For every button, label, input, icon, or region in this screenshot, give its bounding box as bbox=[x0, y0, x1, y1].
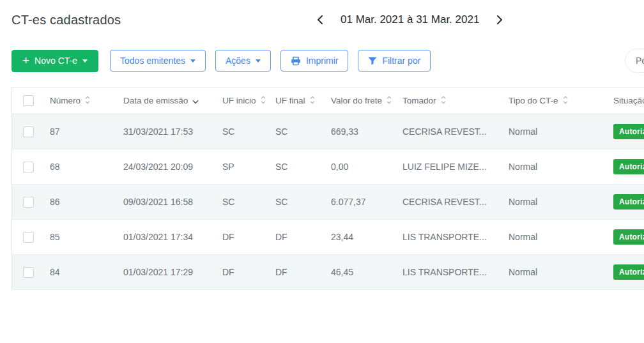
cte-table-wrap: NúmeroData de emissãoUF inicioUF finalVa… bbox=[12, 87, 644, 290]
search-input[interactable] bbox=[625, 49, 644, 73]
toolbar: + Novo CT-e Todos emitentes Ações Imprim… bbox=[12, 49, 431, 72]
funnel-icon bbox=[368, 57, 377, 65]
status-badge: Autorizado bbox=[613, 264, 644, 280]
cell-data-emissao: 31/03/2021 17:53 bbox=[112, 114, 211, 149]
column-header-uf_final[interactable]: UF final bbox=[264, 88, 319, 114]
cell-uf-final: DF bbox=[264, 255, 319, 290]
sort-updown-icon bbox=[310, 96, 315, 104]
sort-updown-icon bbox=[563, 96, 568, 104]
plus-icon: + bbox=[22, 54, 29, 66]
chevron-down-icon bbox=[192, 100, 199, 104]
cell-numero: 87 bbox=[38, 114, 112, 149]
table-row[interactable]: 8609/03/2021 16:58SCSC6.077,37CECRISA RE… bbox=[12, 185, 644, 220]
table-header-row: NúmeroData de emissãoUF inicioUF finalVa… bbox=[12, 88, 644, 114]
column-label: Valor do frete bbox=[331, 96, 382, 105]
actions-dropdown[interactable]: Ações bbox=[215, 50, 271, 72]
cell-numero: 68 bbox=[38, 149, 112, 185]
cell-tomador: CECRISA REVEST... bbox=[391, 185, 497, 220]
row-select-cell bbox=[12, 255, 38, 290]
cell-tomador: LIS TRANSPORTE... bbox=[391, 255, 497, 290]
print-button[interactable]: Imprimir bbox=[280, 50, 349, 72]
table-left-border bbox=[12, 87, 12, 290]
cell-uf-final: SC bbox=[264, 114, 319, 149]
table-row[interactable]: 8401/03/2021 17:29DFDF46,45LIS TRANSPORT… bbox=[12, 255, 644, 290]
table-row[interactable]: 8501/03/2021 17:34DFDF23,44LIS TRANSPORT… bbox=[12, 220, 644, 255]
cell-numero: 84 bbox=[38, 255, 112, 290]
date-range-label[interactable]: 01 Mar. 2021 à 31 Mar. 2021 bbox=[341, 13, 479, 26]
next-period-button[interactable] bbox=[494, 14, 505, 26]
cell-tipo-cte: Normal bbox=[497, 185, 602, 220]
column-label: UF final bbox=[275, 96, 305, 105]
cell-valor-frete: 0,00 bbox=[319, 149, 391, 185]
column-header-tipo_cte[interactable]: Tipo do CT-e bbox=[497, 88, 602, 114]
row-checkbox[interactable] bbox=[23, 267, 34, 278]
column-header-uf_inicio[interactable]: UF inicio bbox=[211, 88, 264, 114]
column-label: Data de emissão bbox=[123, 96, 188, 105]
table-row[interactable]: 8731/03/2021 17:53SCSC669,33CECRISA REVE… bbox=[12, 114, 644, 149]
filter-label: Filtrar por bbox=[382, 56, 420, 66]
cell-uf-final: SC bbox=[264, 185, 319, 220]
status-badge: Autorizado bbox=[613, 229, 644, 245]
column-label: Tipo do CT-e bbox=[509, 96, 558, 105]
row-checkbox[interactable] bbox=[23, 126, 34, 137]
cell-numero: 86 bbox=[38, 185, 112, 220]
new-cte-label: Novo CT-e bbox=[34, 56, 77, 66]
sort-updown-icon bbox=[387, 96, 392, 104]
caret-down-icon bbox=[256, 59, 261, 63]
date-range-navigator: 01 Mar. 2021 à 31 Mar. 2021 bbox=[314, 13, 505, 26]
cell-uf-inicio: SC bbox=[211, 185, 264, 220]
sort-updown-icon bbox=[441, 96, 446, 104]
cell-situacao: Autorizado bbox=[602, 114, 644, 149]
cell-data-emissao: 09/03/2021 16:58 bbox=[112, 185, 211, 220]
row-checkbox[interactable] bbox=[23, 162, 34, 172]
chevron-right-icon bbox=[497, 15, 503, 24]
prev-period-button[interactable] bbox=[314, 14, 325, 26]
row-checkbox[interactable] bbox=[23, 197, 34, 208]
cell-situacao: Autorizado bbox=[602, 149, 644, 185]
cell-situacao: Autorizado bbox=[602, 185, 644, 220]
column-label: Tomador bbox=[402, 96, 436, 105]
status-badge: Autorizado bbox=[613, 159, 644, 174]
table-row[interactable]: 6824/03/2021 20:09SPSC0,00LUIZ FELIPE MI… bbox=[12, 149, 644, 185]
column-header-tomador[interactable]: Tomador bbox=[391, 88, 497, 114]
cell-uf-final: SC bbox=[264, 149, 319, 185]
cell-valor-frete: 23,44 bbox=[319, 220, 391, 255]
column-header-numero[interactable]: Número bbox=[38, 88, 112, 114]
all-issuers-dropdown[interactable]: Todos emitentes bbox=[110, 50, 206, 72]
cell-uf-inicio: DF bbox=[211, 255, 264, 290]
filter-button[interactable]: Filtrar por bbox=[358, 50, 431, 72]
column-header-valor_frete[interactable]: Valor do frete bbox=[319, 88, 391, 114]
column-label: Situação bbox=[613, 96, 644, 105]
cell-valor-frete: 6.077,37 bbox=[319, 185, 391, 220]
status-badge: Autorizado bbox=[613, 194, 644, 210]
column-label: Número bbox=[50, 96, 80, 105]
cte-table: NúmeroData de emissãoUF inicioUF finalVa… bbox=[12, 87, 644, 290]
cell-tomador: LIS TRANSPORTE... bbox=[391, 220, 497, 255]
cell-uf-inicio: DF bbox=[211, 220, 264, 255]
new-cte-button[interactable]: + Novo CT-e bbox=[12, 50, 98, 72]
caret-down-icon bbox=[82, 59, 88, 63]
caret-down-icon bbox=[190, 59, 195, 63]
column-header-situacao[interactable]: Situação bbox=[602, 88, 644, 114]
cell-tipo-cte: Normal bbox=[497, 114, 602, 149]
cell-data-emissao: 01/03/2021 17:29 bbox=[112, 255, 211, 290]
row-checkbox[interactable] bbox=[23, 232, 34, 243]
cell-data-emissao: 01/03/2021 17:34 bbox=[112, 220, 211, 255]
chevron-left-icon bbox=[317, 15, 323, 24]
page-title: CT-es cadastrados bbox=[12, 13, 121, 27]
column-header-data_emissao[interactable]: Data de emissão bbox=[112, 88, 211, 114]
cell-valor-frete: 46,45 bbox=[319, 255, 391, 290]
select-all-cell bbox=[12, 88, 38, 114]
cell-situacao: Autorizado bbox=[602, 255, 644, 290]
row-select-cell bbox=[12, 114, 38, 149]
select-all-checkbox[interactable] bbox=[23, 95, 34, 106]
row-select-cell bbox=[12, 185, 38, 220]
status-badge: Autorizado bbox=[613, 124, 644, 139]
cte-list-page: CT-es cadastrados 01 Mar. 2021 à 31 Mar.… bbox=[0, 0, 644, 343]
print-label: Imprimir bbox=[306, 56, 339, 66]
printer-icon bbox=[291, 56, 301, 66]
cell-tipo-cte: Normal bbox=[497, 149, 602, 185]
cell-tomador: CECRISA REVEST... bbox=[391, 114, 497, 149]
cell-situacao: Autorizado bbox=[602, 220, 644, 255]
all-issuers-label: Todos emitentes bbox=[120, 56, 185, 66]
